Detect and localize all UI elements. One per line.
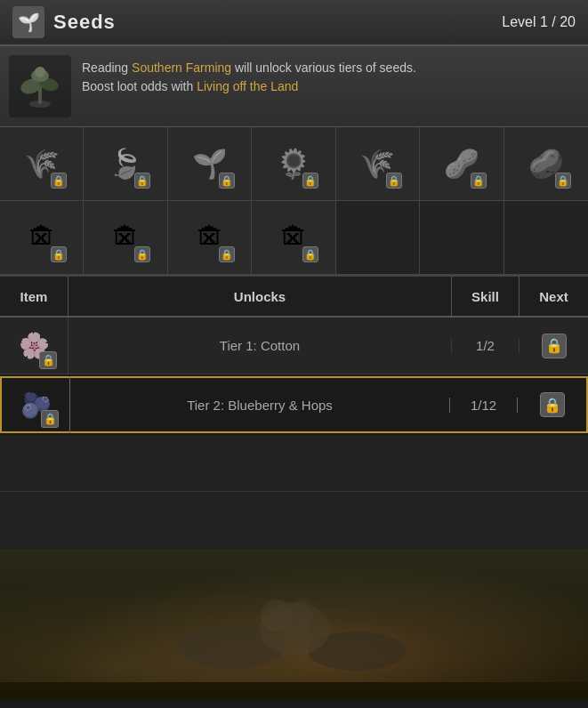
tier-row-blueberry[interactable]: 🫐 🔒 Tier 2: Blueberry & Hops 1/12 🔒	[0, 376, 588, 433]
grid-cell-2-6	[420, 201, 503, 274]
highlight-southern-farming: Southern Farming	[132, 60, 231, 75]
grid-cell-1-6[interactable]: 🥜 🔒	[420, 127, 503, 200]
grid-cell-2-7	[504, 201, 588, 274]
lock-icon-1-1: 🔒	[51, 173, 67, 189]
col-header-unlocks: Unlocks	[68, 277, 452, 316]
tier-cotton-icon-cell: 🌸 🔒	[0, 318, 68, 374]
header-left: 🌱 Seeds	[12, 6, 116, 38]
grid-cell-2-5	[336, 201, 420, 274]
grid-section: 🌾 🔒 🍃 🔒 🌱 🔒 🌻 🔒	[0, 127, 588, 277]
bottom-overlay	[0, 549, 588, 682]
grid-cell-2-2[interactable]: 🏚 🔒	[84, 201, 167, 274]
level-display: Level 1 / 20	[502, 14, 576, 30]
highlight-living-off-land: Living off the Land	[197, 79, 298, 93]
tier-cotton-name: Tier 1: Cotton	[68, 338, 452, 353]
lock-icon-2-4: 🔒	[302, 246, 318, 262]
grid-row-2: 🏚 🔒 🏚 🔒 🏚 🔒 🏚 🔒	[0, 201, 588, 275]
bottom-background	[0, 549, 588, 700]
info-line1: Reading Southern Farming will unlock var…	[82, 60, 416, 93]
tier-blueberry-next: 🔒	[518, 392, 586, 417]
lock-icon-2-2: 🔒	[134, 246, 150, 262]
blueberry-lock-icon: 🔒	[41, 410, 59, 428]
tier-cotton-skill: 1/2	[452, 338, 520, 353]
page-title: Seeds	[53, 11, 116, 34]
grid-cell-1-1[interactable]: 🌾 🔒	[0, 127, 84, 200]
grid-cell-1-7[interactable]: 🥔 🔒	[504, 127, 588, 200]
cotton-next-lock: 🔒	[542, 334, 567, 358]
cotton-lock-icon: 🔒	[39, 351, 57, 369]
lock-icon-1-3: 🔒	[219, 173, 235, 189]
col-header-next: Next	[520, 277, 588, 316]
hands-decoration	[161, 549, 428, 673]
grid-cell-1-2[interactable]: 🍃 🔒	[84, 127, 167, 200]
header: 🌱 Seeds Level 1 / 20	[0, 0, 588, 46]
grid-cell-2-1[interactable]: 🏚 🔒	[0, 201, 84, 274]
blueberry-next-lock: 🔒	[540, 392, 565, 417]
column-headers: Item Unlocks Skill Next	[0, 277, 588, 318]
grid-cell-1-5[interactable]: 🌾 🔒	[336, 127, 420, 200]
empty-row-1	[0, 435, 588, 492]
tier-blueberry-skill: 1/12	[450, 398, 518, 413]
tier-cotton-next: 🔒	[520, 334, 588, 358]
lock-icon-1-2: 🔒	[134, 173, 150, 189]
plant-icon	[9, 55, 71, 117]
seeds-icon: 🌱	[12, 6, 44, 38]
col-header-item: Item	[0, 277, 68, 316]
svg-point-5	[35, 67, 45, 77]
tier-blueberry-name: Tier 2: Blueberry & Hops	[70, 398, 450, 413]
svg-point-11	[277, 602, 312, 638]
info-text: Reading Southern Farming will unlock var…	[82, 55, 416, 96]
empty-row-2	[0, 492, 588, 549]
info-banner: Reading Southern Farming will unlock var…	[0, 46, 588, 127]
grid-cell-2-3[interactable]: 🏚 🔒	[168, 201, 252, 274]
grid-cell-1-3[interactable]: 🌱 🔒	[168, 127, 252, 200]
lock-icon-2-1: 🔒	[51, 246, 67, 262]
col-header-skill: Skill	[452, 277, 520, 316]
tier-row-cotton[interactable]: 🌸 🔒 Tier 1: Cotton 1/2 🔒	[0, 318, 588, 374]
lock-icon-1-6: 🔒	[471, 173, 487, 189]
tier-blueberry-icon-cell: 🫐 🔒	[2, 376, 70, 433]
lock-icon-1-4: 🔒	[302, 173, 318, 189]
lock-icon-1-5: 🔒	[386, 173, 402, 189]
grid-row-1: 🌾 🔒 🍃 🔒 🌱 🔒 🌻 🔒	[0, 127, 588, 201]
grid-cell-2-4[interactable]: 🏚 🔒	[252, 201, 335, 274]
lock-icon-1-7: 🔒	[555, 173, 571, 189]
lock-icon-2-3: 🔒	[219, 246, 235, 262]
grid-cell-1-4[interactable]: 🌻 🔒	[252, 127, 335, 200]
main-container: 🌱 Seeds Level 1 / 20 Reading Southern Fa…	[0, 0, 588, 708]
